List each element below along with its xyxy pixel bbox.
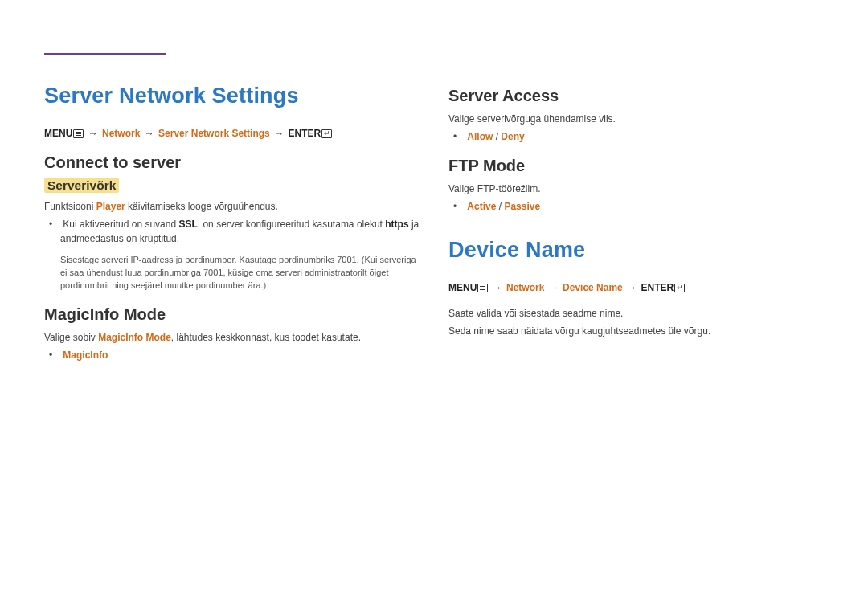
text: käivitamiseks looge võrguühendus. — [125, 201, 278, 212]
breadcrumb-menu-label: MENU — [44, 128, 72, 139]
text: Valige sobiv — [44, 332, 98, 343]
heading-ftp-mode: FTP Mode — [448, 157, 824, 175]
text: , on server konfigureeritud kasutama ole… — [198, 219, 385, 230]
ssl-keyword: SSL — [178, 219, 197, 230]
breadcrumb-menu-label: MENU — [448, 282, 477, 293]
deny-label: Deny — [501, 131, 524, 142]
text: Kui aktiveeritud on suvand — [63, 219, 178, 230]
heading-magicinfo-mode: MagicInfo Mode — [44, 305, 420, 324]
section-title-device-name: Device Name — [448, 238, 824, 263]
server-access-line: Valige serverivõrguga ühendamise viis. — [448, 112, 824, 126]
right-column: Server Access Valige serverivõrguga ühen… — [448, 84, 824, 370]
ip-port-note-row: Sisestage serveri IP-aadress ja pordinum… — [44, 254, 420, 292]
magicinfo-options: MagicInfo — [60, 348, 420, 362]
breadcrumb-server-network-settings: MENU → Network → Server Network Settings… — [44, 126, 420, 141]
device-name-line1: Saate valida või sisestada seadme nime. — [448, 306, 824, 321]
magicinfo-keyword: MagicInfo Mode — [98, 332, 171, 343]
magicinfo-option-label: MagicInfo — [63, 349, 108, 361]
device-name-line2: Seda nime saab näidata võrgu kaugjuhtsea… — [448, 324, 824, 338]
ip-port-note: Sisestage serveri IP-aadress ja pordinum… — [60, 254, 420, 292]
ftp-mode-options: Active / Passive — [465, 199, 824, 214]
breadcrumb-enter-label: ENTER — [288, 128, 321, 139]
breadcrumb-network: Network — [102, 128, 140, 139]
allow-label: Allow — [467, 131, 493, 142]
menu-icon — [73, 129, 84, 138]
breadcrumb-enter-label: ENTER — [641, 282, 674, 293]
ssl-note-bullet: Kui aktiveeritud on suvand SSL, on serve… — [60, 217, 420, 246]
subheading-serverivork: Serverivõrk — [44, 178, 119, 193]
magicinfo-line: Valige sobiv MagicInfo Mode, lähtudes ke… — [44, 330, 420, 345]
note-dash-icon — [44, 260, 54, 260]
passive-label: Passive — [504, 201, 540, 212]
breadcrumb-device-name: MENU → Network → Device Name → ENTER — [448, 280, 824, 295]
ftp-mode-line: Valige FTP-töörežiim. — [448, 182, 824, 196]
https-keyword: https — [385, 219, 408, 230]
subheading-serverivork-wrap: Serverivõrk — [44, 178, 420, 193]
breadcrumb-network: Network — [506, 282, 544, 293]
heading-server-access: Server Access — [448, 87, 824, 105]
left-column: Server Network Settings MENU → Network →… — [44, 84, 420, 370]
active-passive-option: Active / Passive — [465, 199, 824, 214]
menu-icon — [477, 284, 488, 292]
breadcrumb-server-network-settings: Server Network Settings — [158, 128, 270, 139]
enter-icon — [321, 129, 332, 138]
heading-connect-to-server: Connect to server — [44, 153, 420, 172]
text: Funktsiooni — [44, 201, 96, 212]
active-label: Active — [467, 201, 496, 212]
content-columns: Server Network Settings MENU → Network →… — [44, 84, 824, 370]
allow-deny-option: Allow / Deny — [465, 129, 824, 144]
magicinfo-option: MagicInfo — [60, 348, 420, 362]
slash: / — [493, 131, 501, 142]
connect-bullets: Kui aktiveeritud on suvand SSL, on serve… — [60, 217, 420, 246]
enter-icon — [674, 284, 685, 292]
connect-line1: Funktsiooni Player käivitamiseks looge v… — [44, 199, 420, 214]
section-indicator-bar — [44, 53, 166, 55]
breadcrumb-device-name: Device Name — [563, 282, 623, 293]
text: , lähtudes keskkonnast, kus toodet kasut… — [171, 332, 361, 343]
slash: / — [496, 201, 504, 212]
section-title-server-network-settings: Server Network Settings — [44, 84, 420, 108]
server-access-options: Allow / Deny — [465, 129, 824, 144]
player-keyword: Player — [96, 201, 125, 212]
